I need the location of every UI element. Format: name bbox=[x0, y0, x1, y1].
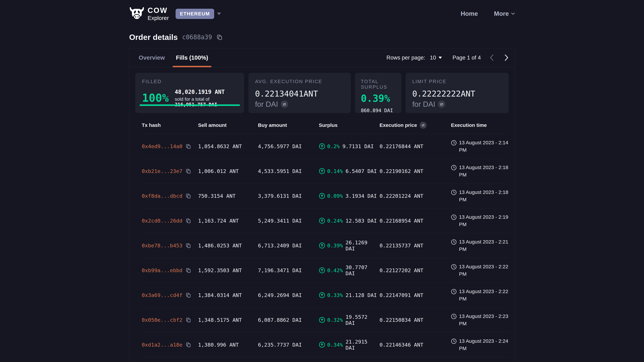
network-label: ETHEREUM bbox=[180, 11, 210, 16]
execution-price-cell: 0.22135737 ANT bbox=[380, 243, 451, 249]
execution-time-text: 13 August 2023 - 2:18 PM bbox=[459, 189, 509, 203]
nav-home[interactable]: Home bbox=[461, 10, 478, 17]
table-row: 0x2cd0...26dd 1,163.724 ANT 5,249.3411 D… bbox=[142, 208, 509, 233]
copy-tx-hash-button[interactable] bbox=[186, 193, 191, 199]
surplus-cell: 0.09% 3.1934 DAI bbox=[319, 193, 380, 199]
surplus-cell: 0.39% 26.1269 DAI bbox=[319, 240, 380, 252]
execution-price-cell: 0.22127202 ANT bbox=[380, 267, 451, 273]
tx-hash-link[interactable]: 0x4ed9...14a0 bbox=[142, 143, 182, 149]
invert-limit-price-button[interactable] bbox=[438, 100, 445, 108]
prev-page-button[interactable] bbox=[488, 54, 495, 62]
surplus-percent: 0.09% bbox=[327, 193, 343, 199]
surplus-amount: 30.7707 DAI bbox=[346, 264, 380, 276]
surplus-percent: 0.2% bbox=[327, 143, 340, 149]
tx-hash-link[interactable]: 0xf8da...dbcd bbox=[142, 193, 182, 199]
surplus-amount: 9.7131 DAI bbox=[342, 143, 374, 149]
table-row: 0xb21e...23e7 1,006.012 ANT 4,533.5951 D… bbox=[142, 159, 509, 184]
surplus-amount: 26.1269 DAI bbox=[346, 240, 380, 252]
copy-tx-hash-button[interactable] bbox=[186, 292, 191, 298]
surplus-cell: 0.2% 9.7131 DAI bbox=[319, 143, 380, 149]
surplus-amount: 19.5572 DAI bbox=[346, 314, 380, 326]
sell-amount-cell: 1,163.724 ANT bbox=[198, 218, 258, 224]
execution-time-cell: 13 August 2023 - 2:22 PM bbox=[451, 288, 509, 302]
execution-price-cell: 0.22190162 ANT bbox=[380, 168, 451, 174]
clock-icon bbox=[451, 313, 457, 327]
buy-amount-cell: 4,756.5977 DAI bbox=[258, 143, 319, 149]
execution-time-cell: 13 August 2023 - 2:14 PM bbox=[451, 139, 509, 153]
tab-overview-label: Overview bbox=[139, 54, 165, 61]
brand-name: COW bbox=[148, 7, 169, 14]
copy-icon bbox=[186, 218, 191, 224]
rows-per-page-select[interactable]: 10 bbox=[429, 54, 443, 61]
copy-tx-hash-button[interactable] bbox=[186, 243, 191, 248]
surplus-cell: 0.33% 21.128 DAI bbox=[319, 292, 380, 298]
tx-hash-link[interactable]: 0xd1a2...a18e bbox=[142, 342, 182, 348]
avg-price-label: AVG. EXECUTION PRICE bbox=[255, 79, 344, 84]
invert-avg-price-button[interactable] bbox=[281, 100, 288, 108]
main-nav: Home More bbox=[461, 10, 515, 17]
clock-icon bbox=[451, 238, 457, 253]
tx-hash-cell: 0xb21e...23e7 bbox=[142, 168, 198, 174]
nav-more[interactable]: More bbox=[494, 10, 515, 17]
filled-sold-prefix: sold for a total of bbox=[175, 96, 210, 102]
surplus-up-arrow-icon bbox=[319, 317, 325, 323]
copy-icon bbox=[186, 143, 191, 149]
copy-tx-hash-button[interactable] bbox=[186, 317, 191, 323]
tab-fills-label: Fills (100%) bbox=[176, 54, 208, 61]
copy-order-id-button[interactable] bbox=[216, 34, 223, 40]
execution-price-cell: 0.22150834 ANT bbox=[380, 317, 451, 323]
rows-per-page-value: 10 bbox=[430, 54, 436, 61]
invert-execution-price-button[interactable] bbox=[420, 122, 427, 129]
tx-hash-link[interactable]: 0xbe78...b453 bbox=[142, 243, 182, 249]
surplus-up-arrow-icon bbox=[319, 218, 325, 224]
page-indicator: Page 1 of 4 bbox=[452, 54, 481, 61]
chevron-left-icon bbox=[488, 54, 495, 62]
execution-time-text: 13 August 2023 - 2:18 PM bbox=[459, 164, 509, 178]
col-execution-price: Execution price bbox=[380, 122, 451, 129]
table-row: 0x050e...cbf2 1,348.5175 ANT 6,087.8862 … bbox=[142, 308, 509, 332]
clock-icon bbox=[451, 288, 457, 302]
logo[interactable]: COW Explorer bbox=[129, 7, 169, 21]
tx-hash-link[interactable]: 0x2cd0...26dd bbox=[142, 218, 182, 224]
copy-icon bbox=[186, 168, 191, 174]
execution-time-text: 13 August 2023 - 2:19 PM bbox=[459, 213, 509, 228]
buy-amount-cell: 5,249.3411 DAI bbox=[258, 218, 319, 224]
tx-hash-link[interactable]: 0x3a69...cd4f bbox=[142, 292, 182, 298]
title-row: Order details c0688a39 bbox=[129, 32, 515, 42]
surplus-percent: 0.32% bbox=[327, 317, 343, 323]
tx-hash-link[interactable]: 0x050e...cbf2 bbox=[142, 317, 182, 323]
surplus-up-arrow-icon bbox=[319, 193, 325, 199]
fills-table-header: Tx hash Sell amount Buy amount Surplus E… bbox=[142, 113, 509, 134]
avg-execution-price-card: AVG. EXECUTION PRICE 0.22134041ANT for D… bbox=[248, 73, 351, 113]
next-page-button[interactable] bbox=[503, 54, 510, 62]
network-selector[interactable]: ETHEREUM bbox=[176, 9, 214, 19]
chevron-right-icon bbox=[503, 54, 510, 62]
tx-hash-link[interactable]: 0xb21e...23e7 bbox=[142, 168, 182, 174]
tab-fills[interactable]: Fills (100%) bbox=[172, 48, 212, 67]
cow-logo-icon bbox=[129, 7, 144, 20]
sell-amount-cell: 1,384.0314 ANT bbox=[198, 292, 258, 298]
network-caret-down-icon[interactable] bbox=[217, 12, 221, 15]
surplus-amount: 12.583 DAI bbox=[346, 218, 377, 224]
copy-icon bbox=[186, 317, 191, 323]
execution-time-cell: 13 August 2023 - 2:21 PM bbox=[451, 238, 509, 253]
copy-tx-hash-button[interactable] bbox=[186, 218, 191, 224]
order-id: c0688a39 bbox=[182, 33, 212, 41]
tx-hash-link[interactable]: 0xb99a...ebbd bbox=[142, 267, 182, 273]
buy-amount-cell: 6,249.2694 DAI bbox=[258, 292, 319, 298]
copy-icon bbox=[186, 193, 191, 199]
clock-icon bbox=[451, 213, 457, 228]
table-controls: Rows per page: 10 Page 1 of 4 bbox=[386, 54, 510, 62]
surplus-amount: 21.2915 DAI bbox=[346, 339, 380, 351]
copy-tx-hash-button[interactable] bbox=[186, 268, 191, 273]
surplus-cell: 0.24% 12.583 DAI bbox=[319, 218, 380, 224]
copy-tx-hash-button[interactable] bbox=[186, 342, 191, 348]
surplus-amount: 3.1934 DAI bbox=[346, 193, 377, 199]
tab-overview[interactable]: Overview bbox=[135, 48, 168, 67]
copy-tx-hash-button[interactable] bbox=[186, 143, 191, 149]
page-title: Order details bbox=[129, 32, 178, 42]
copy-tx-hash-button[interactable] bbox=[186, 168, 191, 174]
copy-icon bbox=[186, 243, 191, 248]
sell-amount-cell: 1,486.0253 ANT bbox=[198, 243, 258, 249]
copy-icon bbox=[186, 292, 191, 298]
